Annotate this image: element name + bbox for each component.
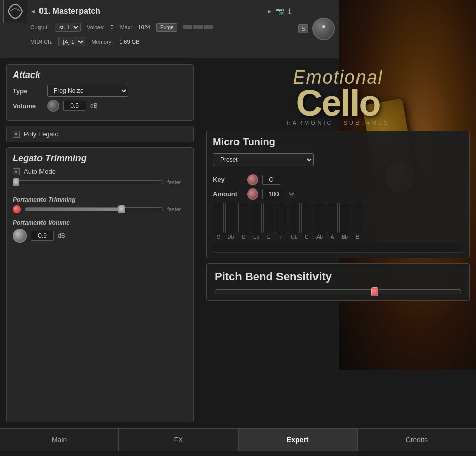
key-c-label: C <box>216 234 220 240</box>
portamento-volume-value[interactable] <box>31 231 54 241</box>
key-bar-db-container[interactable] <box>225 203 236 233</box>
key-bar-bb-container[interactable] <box>339 203 350 233</box>
auto-faster-label: faster <box>167 179 187 185</box>
amount-knob[interactable] <box>247 188 258 200</box>
key-bb: Bb <box>339 203 350 240</box>
bottom-tabs: Main FX Expert Credits <box>0 428 476 451</box>
pitch-bend-thumb[interactable] <box>371 287 378 296</box>
amount-label: Amount <box>213 190 243 198</box>
auto-slider-thumb[interactable] <box>13 178 19 186</box>
key-bar-a-container[interactable] <box>327 203 338 233</box>
meter-bar-1 <box>183 25 192 29</box>
portamento-faster-label: faster <box>167 206 187 212</box>
key-bar-b-container[interactable] <box>352 203 363 233</box>
key-bar-eb-container[interactable] <box>251 203 262 233</box>
legato-trimming-section: Legato Trimming ■ Auto Mode faster Porta… <box>6 147 194 422</box>
portamento-trim-knob[interactable] <box>13 205 21 213</box>
attack-section: Attack Type Frog Noize Volume 0.5 dB <box>6 64 194 121</box>
tab-fx[interactable]: FX <box>119 429 238 451</box>
mini-meters <box>183 25 213 29</box>
harmonic-label: HARMONIC SUBT●NES <box>206 120 470 126</box>
key-c: C <box>213 203 224 240</box>
pitch-bend-title: Pitch Bend Sensitivity <box>215 270 461 283</box>
portamento-volume-knob[interactable] <box>13 229 27 243</box>
key-bar-f-container[interactable] <box>276 203 287 233</box>
key-ab-label: Ab <box>316 234 323 240</box>
max-val: 1024 <box>138 24 150 30</box>
top-icons: 📷 ℹ <box>275 7 291 15</box>
portamento-trimming-label: Portamento Trimming <box>13 196 187 203</box>
key-bar-ab-container[interactable] <box>314 203 325 233</box>
memory-label: Memory: <box>91 39 113 45</box>
right-panel: Emotional Cello HARMONIC SUBT●NES Micro … <box>200 58 476 428</box>
key-g-label: G <box>305 234 309 240</box>
portamento-volume-row: dB <box>13 229 187 243</box>
key-bar-e-container[interactable] <box>263 203 274 233</box>
tab-credits[interactable]: Credits <box>358 429 476 451</box>
s-button[interactable]: S <box>298 24 308 33</box>
type-label: Type <box>13 87 43 95</box>
key-bar-g-container[interactable] <box>301 203 312 233</box>
instrument-title: Emotional Cello HARMONIC SUBT●NES <box>206 64 470 126</box>
key-e-label: E <box>267 234 271 240</box>
poly-legato-row: ■ Poly Legato <box>13 130 187 138</box>
output-dropdown[interactable]: st. 1 <box>55 23 81 32</box>
key-f: F <box>276 203 287 240</box>
key-bar-c-container[interactable] <box>213 203 224 233</box>
legato-title: Legato Trimming <box>13 153 187 164</box>
key-knob[interactable] <box>247 174 258 185</box>
key-d: D <box>238 203 249 240</box>
portamento-slider-thumb[interactable] <box>118 205 125 213</box>
key-a: A <box>327 203 338 240</box>
amount-unit: % <box>289 191 295 198</box>
patch-arrow-right[interactable]: ► <box>267 8 272 14</box>
tab-main[interactable]: Main <box>0 429 119 451</box>
auto-slider-row: faster <box>13 179 187 185</box>
tune-knob[interactable] <box>312 18 335 40</box>
auto-slider-track[interactable] <box>13 180 163 184</box>
key-gb-label: Gb <box>291 234 297 240</box>
key-db: Db <box>225 203 236 240</box>
patch-name: 01. Masterpatch <box>39 7 264 16</box>
preset-dropdown[interactable]: Preset <box>213 153 314 166</box>
left-panel: Attack Type Frog Noize Volume 0.5 dB ■ P… <box>0 58 200 428</box>
tab-expert[interactable]: Expert <box>239 429 358 451</box>
info-icon[interactable]: ℹ <box>288 7 291 15</box>
type-dropdown[interactable]: Frog Noize <box>47 85 128 97</box>
poly-legato-checkbox[interactable]: ■ <box>13 131 20 138</box>
key-label: Key <box>213 176 243 183</box>
volume-knob[interactable] <box>47 100 59 112</box>
top-left-area: ◄ 01. Masterpatch ► 📷 ℹ Output: st. 1 Vo… <box>0 0 294 58</box>
voices-val: 0 <box>111 24 114 30</box>
top-row1: ◄ 01. Masterpatch ► 📷 ℹ <box>3 2 291 20</box>
keys-row: C Db D Eb <box>213 203 463 240</box>
key-d-label: D <box>242 234 245 240</box>
key-b-label: B <box>356 234 360 240</box>
portamento-slider-track[interactable] <box>25 207 163 211</box>
key-e: E <box>263 203 274 240</box>
memory-val: 1.69 GB <box>119 39 139 45</box>
main-content: Attack Type Frog Noize Volume 0.5 dB ■ P… <box>0 58 476 428</box>
camera-icon[interactable]: 📷 <box>275 7 284 15</box>
midi-dropdown[interactable]: [A] 1 <box>58 37 85 46</box>
key-bar-gb-container[interactable] <box>289 203 300 233</box>
key-value: C <box>262 175 280 185</box>
type-row: Type Frog Noize <box>13 85 187 97</box>
key-g: G <box>301 203 312 240</box>
top-row3: MIDI Ch: [A] 1 Memory: 1.69 GB <box>3 34 291 49</box>
portamento-slider-fill <box>25 208 122 211</box>
pitch-bend-slider-track[interactable] <box>215 289 461 294</box>
output-label: Output: <box>30 24 49 30</box>
patch-info: ◄ 01. Masterpatch ► <box>30 7 272 16</box>
auto-mode-label: Auto Mode <box>24 168 56 175</box>
volume-value[interactable]: 0.5 <box>63 101 86 111</box>
poly-legato-section: ■ Poly Legato <box>6 126 194 142</box>
key-bar-d-container[interactable] <box>238 203 249 233</box>
volume-unit: dB <box>90 102 98 109</box>
key-eb: Eb <box>251 203 262 240</box>
amount-value[interactable] <box>262 189 285 199</box>
patch-arrow-left[interactable]: ◄ <box>30 8 36 14</box>
auto-mode-checkbox[interactable]: ■ <box>13 168 20 175</box>
voices-label: Voices: <box>87 24 104 30</box>
purge-button[interactable]: Purge <box>156 23 177 32</box>
